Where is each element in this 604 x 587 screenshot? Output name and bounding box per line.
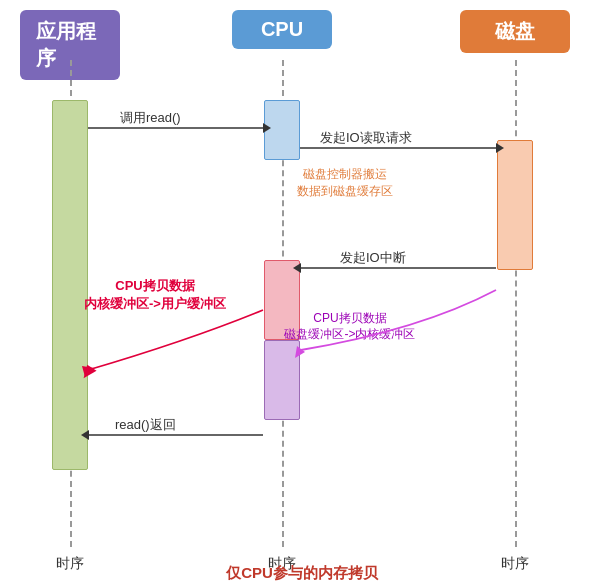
cpu-copy-disk-label1: CPU拷贝数据 <box>313 311 386 325</box>
header-cpu-label: CPU <box>261 18 303 41</box>
bar-cpu-bot <box>264 340 300 420</box>
io-read-request-label: 发起IO读取请求 <box>320 130 412 145</box>
diagram: 应用程序 CPU 磁盘 调用read() 发起IO读取请求 磁盘控制器搬运 数据… <box>0 0 604 587</box>
read-return-label: read()返回 <box>115 417 176 432</box>
call-read-label: 调用read() <box>120 110 181 125</box>
cpu-copy-disk-label2: 磁盘缓冲区->内核缓冲区 <box>283 327 415 341</box>
bar-cpu-mid <box>264 260 300 340</box>
arrows-overlay: 调用read() 发起IO读取请求 磁盘控制器搬运 数据到磁盘缓存区 发起IO中… <box>0 0 604 587</box>
disk-controller-label2: 数据到磁盘缓存区 <box>297 184 393 198</box>
bar-app <box>52 100 88 470</box>
header-cpu-box: CPU <box>232 10 332 49</box>
io-interrupt-label: 发起IO中断 <box>340 250 406 265</box>
cpu-copy-kernel-label1: CPU拷贝数据 <box>115 278 195 293</box>
bar-disk <box>497 140 533 270</box>
bottom-caption: 仅CPU参与的内存拷贝 <box>0 564 604 583</box>
header-disk-box: 磁盘 <box>460 10 570 53</box>
disk-controller-label1: 磁盘控制器搬运 <box>302 167 387 181</box>
dashed-line-disk <box>515 60 517 547</box>
caption-text: 仅CPU参与的内存拷贝 <box>226 564 378 581</box>
cpu-copy-kernel-label2: 内核缓冲区->用户缓冲区 <box>84 296 226 311</box>
bar-cpu-top <box>264 100 300 160</box>
header-disk-label: 磁盘 <box>495 18 535 45</box>
